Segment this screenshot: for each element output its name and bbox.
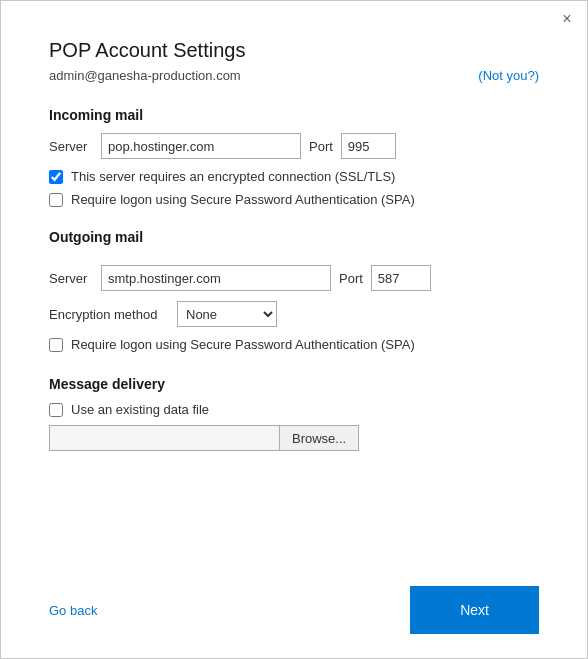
spacer xyxy=(49,451,539,550)
incoming-spa-checkbox[interactable] xyxy=(49,193,63,207)
encryption-method-row: Encryption method None SSL/TLS STARTTLS … xyxy=(49,301,539,327)
incoming-spa-checkbox-row: Require logon using Secure Password Auth… xyxy=(49,192,539,207)
message-delivery-title: Message delivery xyxy=(49,376,539,392)
use-existing-checkbox[interactable] xyxy=(49,403,63,417)
use-existing-checkbox-row: Use an existing data file xyxy=(49,402,539,417)
outgoing-server-input[interactable] xyxy=(101,265,331,291)
outgoing-spa-checkbox[interactable] xyxy=(49,338,63,352)
incoming-ssl-checkbox-row: This server requires an encrypted connec… xyxy=(49,169,539,184)
incoming-ssl-label: This server requires an encrypted connec… xyxy=(71,169,395,184)
encryption-method-label: Encryption method xyxy=(49,307,169,322)
incoming-port-input[interactable] xyxy=(341,133,396,159)
incoming-server-row: Server Port xyxy=(49,133,539,159)
account-email-text: admin@ganesha-production.com xyxy=(49,68,241,83)
outgoing-server-row: Server Port xyxy=(49,265,539,291)
next-button[interactable]: Next xyxy=(410,586,539,634)
outgoing-spa-label: Require logon using Secure Password Auth… xyxy=(71,337,415,352)
outgoing-mail-section-title: Outgoing mail xyxy=(49,229,539,245)
outgoing-section-divider: Outgoing mail xyxy=(49,229,539,255)
outgoing-spa-checkbox-row: Require logon using Secure Password Auth… xyxy=(49,337,539,352)
file-path-input[interactable] xyxy=(49,425,279,451)
close-button[interactable]: × xyxy=(557,9,577,29)
file-path-row: Browse... xyxy=(49,425,539,451)
outgoing-port-input[interactable] xyxy=(371,265,431,291)
message-delivery-section: Message delivery Use an existing data fi… xyxy=(49,376,539,451)
use-existing-label: Use an existing data file xyxy=(71,402,209,417)
incoming-ssl-checkbox[interactable] xyxy=(49,170,63,184)
account-email-row: admin@ganesha-production.com (Not you?) xyxy=(49,68,539,83)
go-back-button[interactable]: Go back xyxy=(49,603,97,618)
encryption-method-select[interactable]: None SSL/TLS STARTTLS Auto xyxy=(177,301,277,327)
incoming-server-label: Server xyxy=(49,139,93,154)
outgoing-server-label: Server xyxy=(49,271,93,286)
pop-account-settings-dialog: × POP Account Settings admin@ganesha-pro… xyxy=(0,0,588,659)
incoming-mail-section-title: Incoming mail xyxy=(49,107,539,123)
footer: Go back Next xyxy=(1,570,587,658)
not-you-link[interactable]: (Not you?) xyxy=(478,68,539,83)
incoming-port-label: Port xyxy=(309,139,333,154)
title-bar: × xyxy=(1,1,587,29)
outgoing-port-label: Port xyxy=(339,271,363,286)
incoming-server-input[interactable] xyxy=(101,133,301,159)
browse-button[interactable]: Browse... xyxy=(279,425,359,451)
page-title: POP Account Settings xyxy=(49,39,539,62)
incoming-spa-label: Require logon using Secure Password Auth… xyxy=(71,192,415,207)
close-icon: × xyxy=(562,10,571,28)
dialog-content: POP Account Settings admin@ganesha-produ… xyxy=(1,29,587,570)
